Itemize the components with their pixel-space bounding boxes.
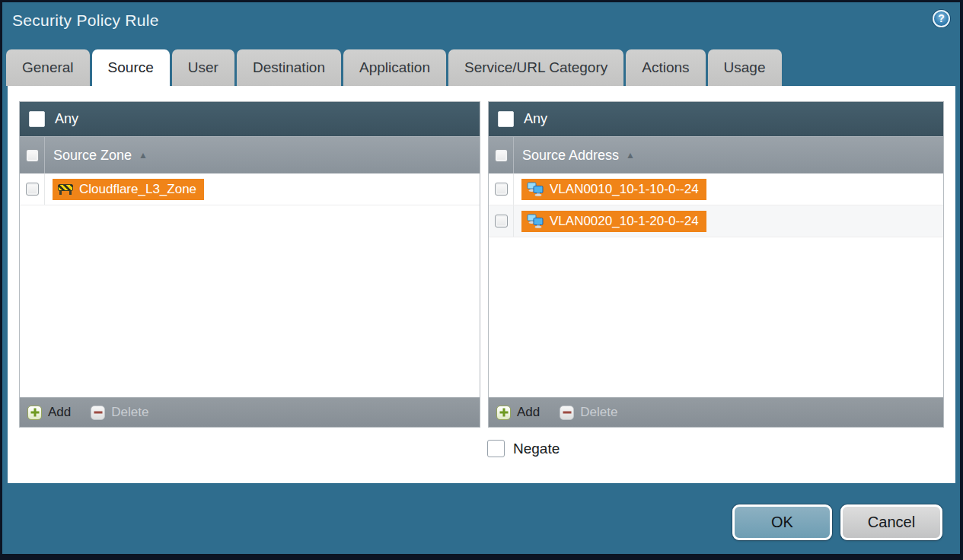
source-zone-any-checkbox[interactable] (29, 111, 45, 127)
tab-bar: GeneralSourceUserDestinationApplicationS… (6, 49, 782, 86)
source-address-any-checkbox[interactable] (498, 111, 514, 127)
row-checkbox[interactable] (26, 183, 39, 196)
negate-label: Negate (513, 441, 560, 457)
plus-icon (496, 406, 511, 420)
tab[interactable]: Usage (708, 49, 782, 86)
source-address-any-header: Any (489, 102, 943, 136)
source-address-select-all-checkbox[interactable] (495, 149, 508, 162)
source-zone-footer: Add Delete (20, 397, 480, 427)
cancel-button[interactable]: Cancel (840, 504, 942, 540)
tab[interactable]: Actions (626, 49, 705, 86)
source-zone-column-header: Source Zone ▲ (20, 136, 480, 173)
address-object-tag[interactable]: VLAN0020_10-1-20-0--24 (521, 211, 706, 232)
zone-object-tag[interactable]: Cloudflare_L3_Zone (53, 179, 204, 200)
row-checkbox-cell (20, 173, 45, 205)
source-zone-any-header: Any (20, 102, 480, 136)
page-title: Security Policy Rule (12, 11, 159, 30)
table-row[interactable]: Cloudflare_L3_Zone (20, 173, 480, 205)
source-zone-list: Cloudflare_L3_Zone (20, 173, 480, 397)
negate-checkbox[interactable] (487, 440, 505, 457)
tab[interactable]: User (172, 49, 234, 86)
tab[interactable]: General (6, 49, 90, 86)
source-zone-select-all-checkbox[interactable] (26, 149, 39, 162)
network-icon (527, 182, 544, 196)
address-object-tag[interactable]: VLAN0010_10-1-10-0--24 (521, 179, 706, 200)
tab[interactable]: Application (343, 49, 446, 86)
row-checkbox-cell (489, 173, 514, 205)
table-row[interactable]: VLAN0020_10-1-20-0--24 (489, 205, 943, 237)
source-address-column-header: Source Address ▲ (489, 136, 943, 173)
row-checkbox-cell (489, 205, 514, 237)
source-zone-column-label[interactable]: Source Zone ▲ (53, 137, 148, 173)
plus-icon (27, 406, 42, 420)
delete-button[interactable]: Delete (91, 405, 148, 420)
security-policy-rule-dialog: Security Policy Rule ? GeneralSourceUser… (0, 0, 963, 560)
tab[interactable]: Source (92, 49, 170, 86)
select-all-cell (20, 137, 45, 173)
source-address-panel: Any Source Address ▲ (488, 101, 944, 428)
table-row[interactable]: VLAN0010_10-1-10-0--24 (489, 173, 943, 205)
source-zone-any-label: Any (55, 111, 78, 127)
minus-icon (560, 406, 574, 420)
tab[interactable]: Destination (237, 49, 341, 86)
source-zone-panel: Any Source Zone ▲ Cloudflare_L3_Zone (19, 101, 480, 428)
row-checkbox[interactable] (495, 215, 508, 228)
select-all-cell (489, 137, 514, 173)
sort-asc-icon: ▲ (139, 151, 148, 160)
add-button[interactable]: Add (27, 405, 71, 420)
source-address-any-label: Any (524, 111, 547, 127)
tab[interactable]: Service/URL Category (448, 49, 623, 86)
minus-icon (91, 406, 105, 420)
sort-asc-icon: ▲ (626, 151, 635, 160)
source-address-footer: Add Delete (489, 397, 943, 427)
delete-button[interactable]: Delete (560, 405, 617, 420)
network-icon (527, 214, 544, 228)
source-address-column-label[interactable]: Source Address ▲ (522, 137, 635, 173)
zone-icon (58, 183, 73, 195)
negate-row: Negate (487, 440, 560, 457)
source-address-list: VLAN0010_10-1-10-0--24 VLAN0020_10-1 (489, 173, 943, 397)
help-icon[interactable]: ? (933, 10, 950, 27)
row-checkbox[interactable] (495, 183, 508, 196)
add-button[interactable]: Add (496, 405, 540, 420)
ok-button[interactable]: OK (732, 504, 832, 540)
